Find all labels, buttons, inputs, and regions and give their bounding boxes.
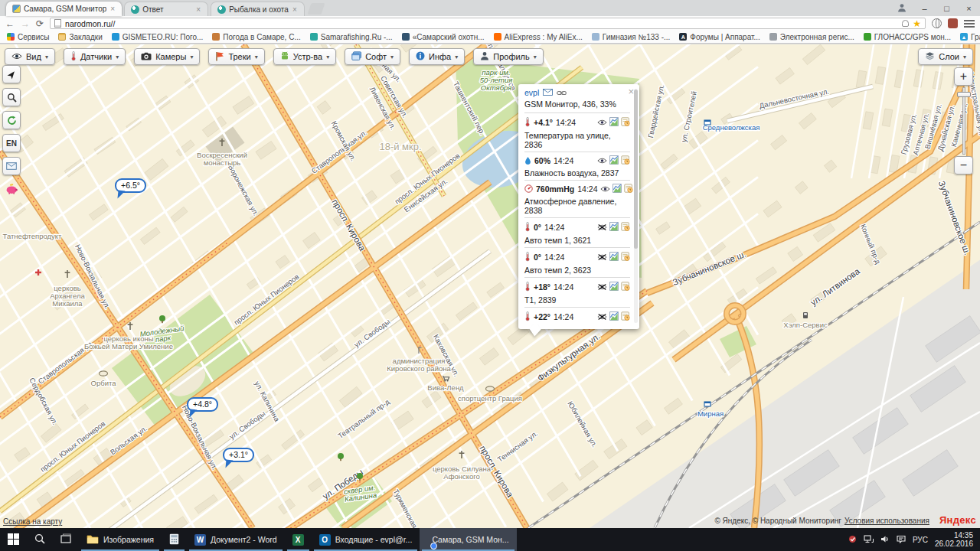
map-viewport[interactable]: Ставропольская ул.Ставропольская ул.Ново… — [0, 44, 980, 528]
map-menu-button-camera[interactable]: Камеры▾ — [134, 48, 200, 65]
taskbar-outlook-app[interactable]: OВходящие - evpl@r... — [312, 528, 420, 551]
chart-icon[interactable] — [609, 282, 619, 293]
refresh-button[interactable] — [2, 111, 21, 129]
bookmark-item[interactable]: ▲График уровня вод... — [960, 33, 980, 41]
browser-tab[interactable]: Рыбалка и охота× — [211, 2, 305, 16]
zoom-slider[interactable] — [962, 87, 965, 155]
visibility-icon[interactable] — [597, 118, 607, 128]
bookmark-item[interactable]: Гимназия №133 -... — [592, 33, 671, 41]
chart-icon[interactable] — [612, 184, 622, 195]
chart-icon[interactable] — [609, 252, 619, 263]
forward-icon[interactable]: → — [21, 19, 30, 28]
history-icon[interactable] — [621, 311, 630, 323]
chart-icon[interactable] — [609, 117, 619, 129]
language-indicator[interactable]: РУС — [913, 536, 928, 544]
map-menu-button-eye[interactable]: Вид▾ — [5, 48, 55, 65]
zoom-in-button[interactable]: + — [954, 67, 973, 86]
map-menu-button-android[interactable]: Устр-ва▾ — [273, 48, 336, 65]
history-icon[interactable] — [621, 252, 630, 263]
clock[interactable]: 14:35 26.02.2016 — [935, 531, 973, 548]
link-icon[interactable] — [557, 88, 567, 97]
taskbar-chrome-app[interactable]: Самара, GSM Мон... — [420, 528, 516, 551]
bookmark-item[interactable]: Сервисы — [7, 33, 49, 41]
browser-tab[interactable]: Самара, GSM Монитор× — [6, 2, 122, 16]
visibility-off-icon[interactable] — [597, 312, 607, 322]
history-icon[interactable] — [621, 282, 630, 293]
popup-close-icon[interactable]: × — [628, 86, 634, 96]
chart-icon[interactable] — [609, 311, 619, 323]
map-menu-button-window[interactable]: Софт▾ — [345, 48, 400, 65]
tab-close-icon[interactable]: × — [195, 5, 201, 14]
locate-button[interactable] — [2, 65, 21, 83]
map-menu-button-flag[interactable]: Треки▾ — [208, 48, 264, 65]
page-action-icon[interactable] — [902, 20, 909, 27]
tab-close-icon[interactable]: × — [292, 5, 298, 14]
history-icon[interactable] — [621, 222, 630, 233]
taskbar-folder-app[interactable]: Изображения — [79, 528, 162, 551]
temperature-balloon[interactable]: +3.1° — [223, 448, 254, 462]
map-menu-button-person[interactable]: Профиль▾ — [473, 48, 544, 65]
bookmark-item[interactable]: AФорумы | Аппарат... — [679, 33, 760, 41]
bookmark-item[interactable]: Samarafishing.Ru -... — [310, 33, 393, 41]
profile-avatar-icon[interactable] — [890, 2, 913, 15]
new-tab-button[interactable] — [307, 3, 325, 15]
tab-close-icon[interactable]: × — [109, 5, 116, 13]
bookmark-item[interactable]: GISMETEO.RU: Пого... — [112, 33, 204, 41]
chart-icon[interactable] — [609, 155, 619, 167]
zoom-out-button[interactable]: − — [954, 156, 973, 174]
bookmark-item[interactable]: Погода в Самаре, С... — [212, 33, 300, 41]
antivirus-tray-icon[interactable] — [848, 535, 857, 545]
layers-button[interactable]: Слои ▾ — [918, 48, 973, 65]
volume-tray-icon[interactable] — [880, 535, 890, 545]
minimize-button[interactable]: – — [913, 0, 936, 16]
search-button[interactable] — [2, 88, 21, 106]
map-menu-button-thermo[interactable]: Датчики▾ — [64, 48, 126, 65]
visibility-off-icon[interactable] — [597, 282, 607, 292]
taskbar-word-app[interactable]: WДокумент2 - Word — [187, 528, 285, 551]
popup-owner-link[interactable]: evpl — [524, 88, 539, 97]
network-tray-icon[interactable] — [864, 535, 874, 545]
taskbar-search-button[interactable] — [27, 528, 53, 551]
bookmark-item[interactable]: Закладки — [58, 33, 102, 41]
temperature-balloon[interactable]: +4.8° — [187, 397, 218, 412]
temperature-balloon[interactable]: +6.5° — [115, 178, 146, 193]
map-link[interactable]: Ссылка на карту — [3, 517, 62, 526]
mail-icon[interactable] — [543, 88, 553, 97]
taskbar-start-button[interactable] — [0, 528, 27, 551]
visibility-off-icon[interactable] — [597, 253, 607, 262]
history-icon[interactable] — [621, 117, 630, 129]
address-bar[interactable]: narodmon.ru// ★ — [50, 18, 926, 29]
bookmark-item[interactable]: «Самарский охотн... — [402, 33, 485, 41]
bookmark-item[interactable]: AliExpress : My AliEx... — [494, 33, 583, 41]
popup-scrollbar-thumb[interactable] — [634, 90, 638, 249]
bookmark-item[interactable]: ГЛОНАСС/GPS мон... — [864, 33, 951, 41]
close-button[interactable]: × — [958, 0, 980, 16]
browser-menu-icon[interactable] — [964, 19, 975, 28]
feedback-button[interactable] — [2, 157, 21, 175]
bookmark-star-icon[interactable]: ★ — [913, 19, 921, 28]
visibility-icon[interactable] — [597, 156, 607, 166]
taskbar-calc-button[interactable] — [162, 528, 187, 551]
action-center-icon[interactable] — [897, 535, 906, 545]
bookmark-item[interactable]: Электронная регис... — [769, 33, 854, 41]
globe-extension-icon[interactable] — [932, 18, 942, 28]
visibility-icon[interactable] — [600, 184, 610, 194]
language-button[interactable]: EN — [2, 134, 21, 152]
popup-scrollbar[interactable] — [634, 89, 638, 323]
history-icon[interactable] — [624, 184, 633, 195]
maximize-button[interactable]: □ — [936, 0, 958, 16]
taskbar-excel-button[interactable]: X — [285, 528, 312, 551]
visibility-off-icon[interactable] — [597, 223, 607, 233]
history-icon[interactable] — [621, 155, 630, 167]
donate-button[interactable] — [2, 180, 21, 198]
url-text[interactable]: narodmon.ru// — [65, 19, 898, 28]
browser-tab[interactable]: Ответ× — [124, 2, 208, 16]
map-menu-button-info[interactable]: Инфа▾ — [409, 48, 465, 65]
zoom-slider-handle[interactable] — [957, 92, 971, 97]
terms-link[interactable]: Условия использования — [844, 517, 929, 525]
extension-icon[interactable] — [948, 18, 958, 28]
reload-icon[interactable]: ⟳ — [36, 19, 44, 28]
taskbar-taskview-button[interactable] — [53, 528, 79, 551]
chart-icon[interactable] — [609, 222, 619, 233]
back-icon[interactable]: ← — [5, 19, 15, 28]
